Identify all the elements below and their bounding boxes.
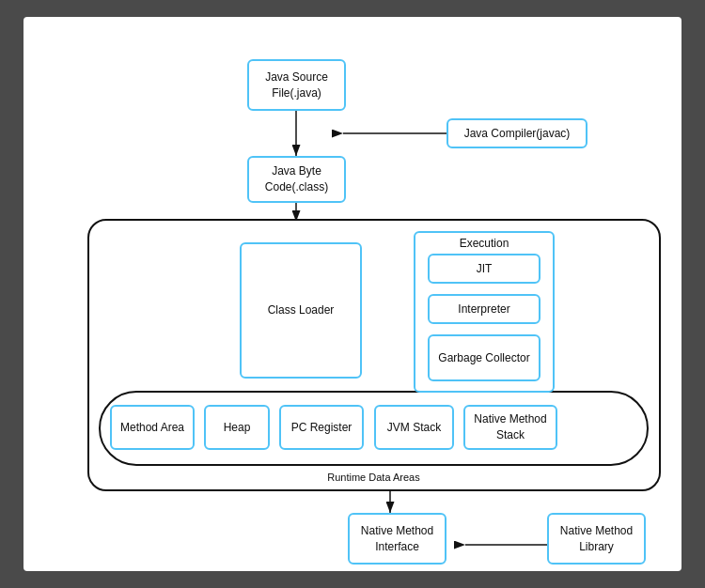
heap-box: Heap bbox=[204, 405, 270, 450]
jit-box: JIT bbox=[428, 254, 540, 284]
interpreter-box: Interpreter bbox=[428, 294, 540, 324]
method-area-box: Method Area bbox=[110, 405, 195, 450]
java-source-box: Java Source File(.java) bbox=[247, 59, 346, 111]
pc-register-box: PC Register bbox=[279, 405, 364, 450]
java-bytecode-box: Java Byte Code(.class) bbox=[247, 156, 346, 203]
native-method-library-box: Native Method Library bbox=[547, 513, 646, 565]
java-compiler-box: Java Compiler(javac) bbox=[446, 118, 588, 148]
native-method-interface-box: Native Method Interface bbox=[348, 513, 446, 565]
runtime-label: Runtime Data Areas bbox=[99, 472, 649, 483]
native-method-stack-box: Native Method Stack bbox=[463, 405, 557, 450]
garbage-collector-box: Garbage Collector bbox=[428, 334, 540, 381]
class-loader-box: Class Loader bbox=[240, 242, 362, 379]
diagram-canvas: Java Source File(.java) Java Compiler(ja… bbox=[24, 17, 682, 571]
jvm-stack-box: JVM Stack bbox=[374, 405, 454, 450]
